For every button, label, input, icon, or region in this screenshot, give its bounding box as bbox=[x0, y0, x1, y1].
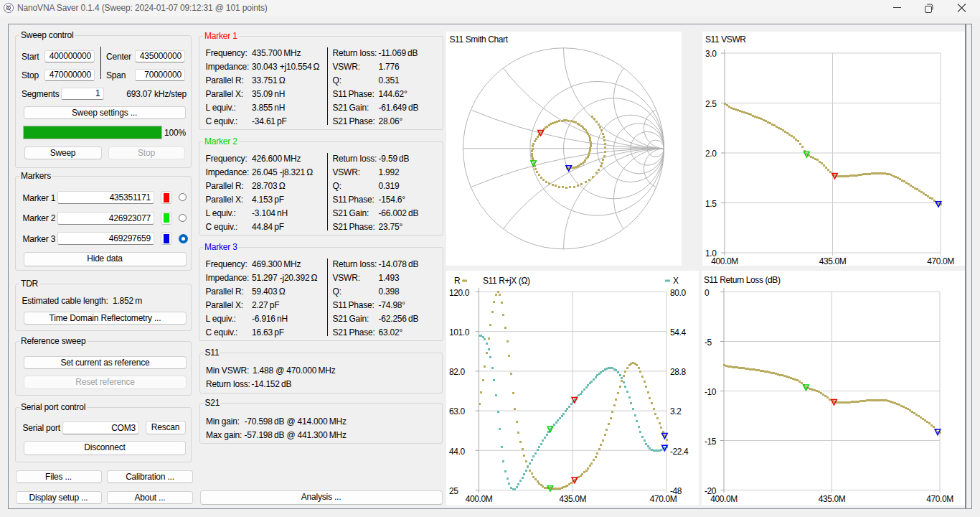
svg-text:470.0M: 470.0M bbox=[650, 494, 677, 504]
svg-text:44.0: 44.0 bbox=[449, 447, 465, 457]
svg-text:3.0: 3.0 bbox=[705, 49, 717, 59]
svg-text:54.4: 54.4 bbox=[670, 327, 686, 337]
svg-text:S11 R+jX (Ω): S11 R+jX (Ω) bbox=[483, 276, 530, 286]
svg-text:-10: -10 bbox=[705, 387, 717, 397]
svg-text:470.0M: 470.0M bbox=[927, 256, 954, 266]
svg-text:R: R bbox=[454, 276, 461, 286]
svg-text:28.8: 28.8 bbox=[670, 367, 686, 377]
svg-text:S11 Return Loss (dB): S11 Return Loss (dB) bbox=[704, 275, 781, 285]
svg-text:-15: -15 bbox=[705, 437, 717, 447]
svg-text:X: X bbox=[673, 276, 679, 286]
svg-text:400.0M: 400.0M bbox=[711, 256, 738, 266]
svg-text:435.0M: 435.0M bbox=[819, 494, 846, 504]
svg-text:101.0: 101.0 bbox=[449, 327, 470, 337]
svg-text:25: 25 bbox=[449, 486, 458, 496]
svg-text:80.0: 80.0 bbox=[670, 288, 686, 298]
svg-text:2.5: 2.5 bbox=[705, 99, 717, 109]
svg-text:S11 VSWR: S11 VSWR bbox=[705, 34, 746, 45]
svg-text:-5: -5 bbox=[705, 337, 712, 348]
svg-text:400.0M: 400.0M bbox=[710, 494, 738, 504]
svg-text:S11 Smith Chart: S11 Smith Chart bbox=[450, 34, 509, 45]
svg-text:1.5: 1.5 bbox=[705, 199, 717, 209]
svg-text:435.0M: 435.0M bbox=[819, 256, 847, 266]
svg-text:-22.4: -22.4 bbox=[670, 447, 689, 457]
svg-text:3.2: 3.2 bbox=[670, 406, 682, 416]
svg-text:63.0: 63.0 bbox=[449, 406, 465, 416]
svg-text:400.0M: 400.0M bbox=[466, 494, 493, 504]
svg-text:2.0: 2.0 bbox=[705, 149, 717, 159]
svg-text:470.0M: 470.0M bbox=[926, 494, 953, 504]
svg-text:435.0M: 435.0M bbox=[559, 494, 586, 504]
svg-text:0: 0 bbox=[705, 288, 710, 298]
svg-text:82.0: 82.0 bbox=[449, 367, 465, 377]
svg-text:120.0: 120.0 bbox=[449, 288, 470, 298]
